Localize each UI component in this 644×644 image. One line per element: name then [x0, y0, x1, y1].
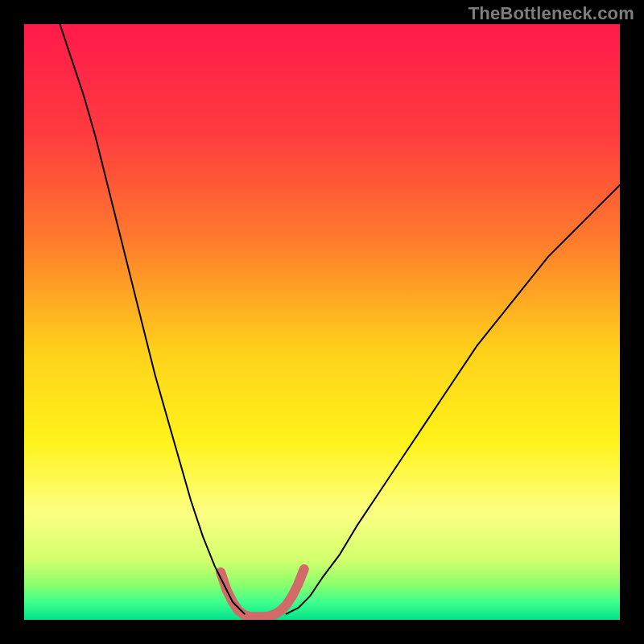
- chart-background-gradient: [24, 24, 620, 620]
- bottleneck-chart: [24, 24, 620, 620]
- chart-frame: TheBottleneck.com: [0, 0, 644, 644]
- watermark-text: TheBottleneck.com: [469, 3, 634, 24]
